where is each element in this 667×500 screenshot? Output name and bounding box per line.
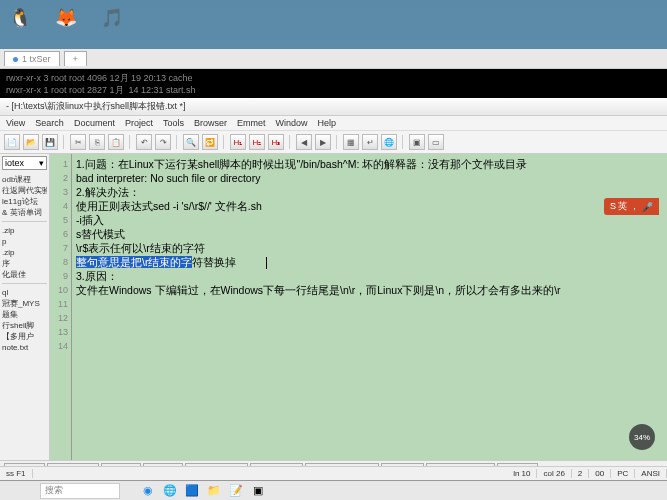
menu-emmet[interactable]: Emmet <box>237 118 266 128</box>
list-item[interactable]: note.txt <box>2 342 47 353</box>
list-item[interactable]: 行shell脚 <box>2 320 47 331</box>
menu-browser[interactable]: Browser <box>194 118 227 128</box>
taskbar-app-icon[interactable]: 🟦 <box>184 483 200 499</box>
tool-undo-icon[interactable]: ↶ <box>136 134 152 150</box>
app-icon-qq[interactable]: 🐧 <box>6 4 34 32</box>
menubar: View Search Document Project Tools Brows… <box>0 116 667 131</box>
edit-area[interactable]: 1234567891011121314 1.问题：在Linux下运行某shell… <box>50 154 667 460</box>
tool-col-icon[interactable]: ▦ <box>343 134 359 150</box>
mic-icon: 🎤 <box>642 202 653 212</box>
menu-tools[interactable]: Tools <box>163 118 184 128</box>
list-item[interactable]: & 英语单词 <box>2 207 47 218</box>
tool-new-icon[interactable]: 📄 <box>4 134 20 150</box>
search-input[interactable]: 搜索 <box>40 483 120 499</box>
status-col: col 26 <box>537 469 571 478</box>
menu-view[interactable]: View <box>6 118 25 128</box>
tool-search-icon[interactable]: 🔍 <box>183 134 199 150</box>
app-icon-music[interactable]: 🎵 <box>98 4 126 32</box>
tool-left-icon[interactable]: ◀ <box>296 134 312 150</box>
tool-h3-icon[interactable]: H₃ <box>268 134 284 150</box>
tool-h2-icon[interactable]: H₂ <box>249 134 265 150</box>
zoom-indicator[interactable]: 34% <box>629 424 655 450</box>
taskbar-folder-icon[interactable]: 📁 <box>206 483 222 499</box>
tool-copy-icon[interactable]: ⎘ <box>89 134 105 150</box>
windows-taskbar: 搜索 ◉ 🌐 🟦 📁 📝 ▣ <box>0 480 667 500</box>
status-pos: 00 <box>589 469 611 478</box>
status-enc: PC <box>611 469 635 478</box>
menu-document[interactable]: Document <box>74 118 115 128</box>
menu-project[interactable]: Project <box>125 118 153 128</box>
ime-indicator[interactable]: S 英 ，🎤 <box>604 198 659 215</box>
tool-save-icon[interactable]: 💾 <box>42 134 58 150</box>
list-item[interactable]: .zip <box>2 225 47 236</box>
sidebar-list: odb课程 往返网代实验 le11g论坛 & 英语单词 .zip p .zip … <box>0 172 49 355</box>
list-item[interactable]: 往返网代实验 <box>2 185 47 196</box>
tool-open-icon[interactable]: 📂 <box>23 134 39 150</box>
statusbar: ss F1 ln 10 col 26 2 00 PC ANSI <box>0 466 667 480</box>
sidebar: iotex▾ odb课程 往返网代实验 le11g论坛 & 英语单词 .zip … <box>0 154 50 460</box>
list-item[interactable]: p <box>2 236 47 247</box>
list-item[interactable]: 【多用户 <box>2 331 47 342</box>
editor-title: - [H:\texts\新浪linux中执行shell脚本报错.txt *] <box>0 98 667 116</box>
menu-help[interactable]: Help <box>318 118 337 128</box>
tool-cut-icon[interactable]: ✂ <box>70 134 86 150</box>
sidebar-selector[interactable]: iotex▾ <box>2 156 47 170</box>
status-ln: ln 10 <box>507 469 537 478</box>
text-content[interactable]: 1.问题：在Linux下运行某shell脚本的时候出现"/bin/bash^M:… <box>72 154 667 460</box>
list-item[interactable]: 冠赛_MYS <box>2 298 47 309</box>
tool-win-icon[interactable]: ▭ <box>428 134 444 150</box>
status-help: ss F1 <box>0 469 33 478</box>
tool-wrap-icon[interactable]: ↵ <box>362 134 378 150</box>
terminal-window: 1 txSer + rwxr-xr-x 3 root root 4096 12月… <box>0 49 667 99</box>
terminal-tabbar: 1 txSer + <box>0 49 667 69</box>
taskbar-edge-icon[interactable]: ◉ <box>140 483 156 499</box>
terminal-tab[interactable]: 1 txSer <box>4 51 60 66</box>
tool-redo-icon[interactable]: ↷ <box>155 134 171 150</box>
app-icon-firefox[interactable]: 🦊 <box>52 4 80 32</box>
taskbar-chrome-icon[interactable]: 🌐 <box>162 483 178 499</box>
tool-h1-icon[interactable]: H₁ <box>230 134 246 150</box>
list-item[interactable]: le11g论坛 <box>2 196 47 207</box>
list-item[interactable]: odb课程 <box>2 174 47 185</box>
status-eol: ANSI <box>635 469 667 478</box>
toolbar: 📄 📂 💾 ✂ ⎘ 📋 ↶ ↷ 🔍 🔁 H₁ H₂ H₃ ◀ ▶ ▦ ↵ 🌐 <box>0 131 667 154</box>
line-gutter: 1234567891011121314 <box>50 154 72 460</box>
menu-search[interactable]: Search <box>35 118 64 128</box>
status-sel: 2 <box>572 469 589 478</box>
tool-term-icon[interactable]: ▣ <box>409 134 425 150</box>
terminal-output: rwxr-xr-x 3 root root 4096 12月 19 20:13 … <box>0 69 667 99</box>
tool-browser-icon[interactable]: 🌐 <box>381 134 397 150</box>
list-item[interactable]: ql <box>2 287 47 298</box>
list-item[interactable]: 化最佳 <box>2 269 47 280</box>
tool-right-icon[interactable]: ▶ <box>315 134 331 150</box>
list-item[interactable]: .zip <box>2 247 47 258</box>
list-item[interactable]: 题集 <box>2 309 47 320</box>
editor-window: - [H:\texts\新浪linux中执行shell脚本报错.txt *] V… <box>0 98 667 480</box>
chevron-down-icon: ▾ <box>39 158 44 168</box>
list-item[interactable]: 序 <box>2 258 47 269</box>
tool-paste-icon[interactable]: 📋 <box>108 134 124 150</box>
menu-window[interactable]: Window <box>275 118 307 128</box>
text-cursor <box>266 257 267 269</box>
taskbar-vm-icon[interactable]: ▣ <box>250 483 266 499</box>
taskbar-editor-icon[interactable]: 📝 <box>228 483 244 499</box>
terminal-newtab[interactable]: + <box>64 51 87 66</box>
tool-replace-icon[interactable]: 🔁 <box>202 134 218 150</box>
